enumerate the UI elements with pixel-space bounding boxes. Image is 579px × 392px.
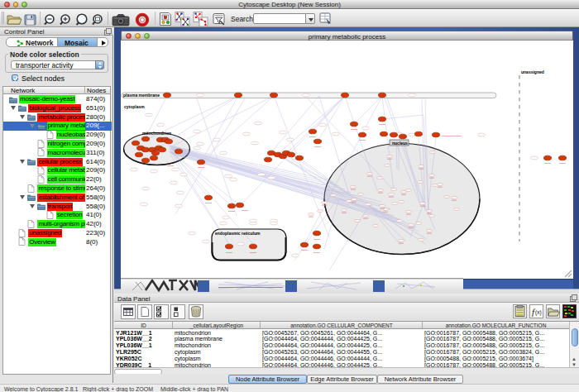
svg-text:(x): (x)	[535, 309, 542, 316]
svg-text:endoplasmic reticulum: endoplasmic reticulum	[215, 231, 261, 236]
svg-text:mitochondrion: mitochondrion	[142, 131, 171, 136]
svg-text:unassigned: unassigned	[521, 69, 544, 74]
svg-text:cytoplasm: cytoplasm	[124, 104, 145, 109]
svg-text:plasma membrane: plasma membrane	[123, 93, 160, 98]
svg-text:nucleus: nucleus	[392, 141, 408, 146]
